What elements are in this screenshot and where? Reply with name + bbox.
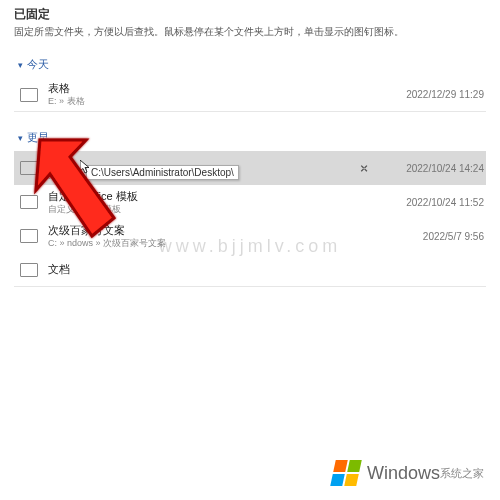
folder-name: 自定义 Office 模板 [48,190,386,203]
chevron-down-icon: ▾ [18,60,23,70]
folder-icon [20,88,38,102]
section-today[interactable]: ▾今天 [14,53,486,78]
folder-name: 表格 [48,82,386,95]
path-tooltip: C:\Users\Administrator\Desktop\ [86,165,239,180]
footer-branding: Windows 系统之家 [0,446,500,500]
footer-brand: Windows [367,463,440,484]
page-description: 固定所需文件夹，方便以后查找。鼠标悬停在某个文件夹上方时，单击显示的图钉图标。 [14,25,486,53]
folder-date: 2022/10/24 11:52 [386,197,484,208]
folder-date: 2022/10/24 14:24 [386,163,484,174]
folder-name: 次级百家号文案 [48,224,386,237]
section-today-label: 今天 [27,58,49,70]
folder-row[interactable]: 文档 [14,253,486,287]
section-earlier-label: 更早 [27,131,49,143]
page-title: 已固定 [14,0,486,25]
section-earlier[interactable]: ▾更早 [14,126,486,151]
folder-icon [20,195,38,209]
footer-sub: 系统之家 [440,466,484,481]
folder-row-selected[interactable]: 桌面 桌面 ✛ 2022/10/24 14:24 [14,151,486,185]
watermark-text: www.bjjmlv.com [159,236,342,257]
chevron-down-icon: ▾ [18,133,23,143]
folder-icon [20,229,38,243]
folder-path: E: » 表格 [48,95,386,107]
folder-icon [20,263,38,277]
folder-name: 文档 [48,263,386,276]
folder-date: 2022/5/7 9:56 [386,231,484,242]
folder-row[interactable]: 表格 E: » 表格 2022/12/29 11:29 [14,78,486,112]
windows-logo-icon [330,460,362,486]
folder-icon [20,161,38,175]
folder-date: 2022/12/29 11:29 [386,89,484,100]
folder-row[interactable]: 自定义 Office 模板 自定义 Office 模板 2022/10/24 1… [14,185,486,219]
folder-path: 自定义 Office 模板 [48,203,386,215]
